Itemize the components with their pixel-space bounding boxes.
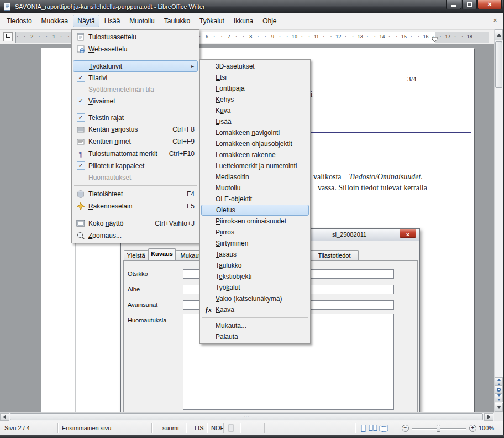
menu-item-label: Kentän varjostus xyxy=(88,126,138,133)
menu-item-kehys[interactable]: Kehys xyxy=(201,94,309,105)
previous-object-button[interactable] xyxy=(495,377,503,385)
menubar-item-taulukko[interactable]: Taulukko xyxy=(160,15,195,27)
scroll-right-button[interactable] xyxy=(484,413,494,421)
menu-item-rakenneselain[interactable]: RakenneselainF5 xyxy=(73,200,198,212)
menu-item-lomakkeen-ohjausobjektit[interactable]: Lomakkeen ohjausobjektit xyxy=(201,138,309,149)
zoom-out-button[interactable]: − xyxy=(402,425,409,432)
menu-item-zoomaus[interactable]: Zoomaus... xyxy=(73,230,198,242)
menu-item-tasaus[interactable]: Tasaus xyxy=(201,249,309,260)
menubar-item-tiedosto[interactable]: Tiedosto xyxy=(2,15,36,27)
tab-kuvaus[interactable]: Kuvaus xyxy=(148,248,176,260)
navigation-dot-button[interactable] xyxy=(495,385,503,394)
minimize-button[interactable] xyxy=(446,0,461,9)
zoom-in-button[interactable]: + xyxy=(469,425,476,432)
single-page-view-button[interactable] xyxy=(359,424,367,434)
menu-item-kentan-varjostus[interactable]: Kentän varjostusCtrl+F8 xyxy=(73,123,198,135)
menu-item-tietolahteet[interactable]: TietolähteetF4 xyxy=(73,188,198,200)
menubar-item-muotoilu[interactable]: Muotoilu xyxy=(125,15,159,27)
zoom-slider-handle[interactable] xyxy=(437,425,440,432)
menubar-item-ikkuna[interactable]: Ikkuna xyxy=(229,15,258,27)
statusbar-separator xyxy=(355,423,355,433)
scroll-left-button[interactable] xyxy=(0,413,9,421)
page-indicator[interactable]: Sivu 2 / 4 xyxy=(4,425,30,431)
maximize-button[interactable] xyxy=(462,0,477,9)
menu-item-lomakkeen-rakenne[interactable]: Lomakkeen rakenne xyxy=(201,149,309,160)
scroll-down-button[interactable] xyxy=(495,403,503,412)
menu-item-piirroksen-ominaisuudet[interactable]: Piirroksen ominaisuudet xyxy=(201,216,309,227)
ruler-tick: · xyxy=(308,33,310,39)
menu-item-label: Oletus xyxy=(216,206,235,214)
menu-item-taulukko[interactable]: Taulukko xyxy=(201,260,309,271)
menu-item-koko-naytto[interactable]: Koko näyttöCtrl+Vaihto+J xyxy=(73,217,198,230)
multi-page-view-button[interactable] xyxy=(369,424,377,434)
tab-tilastotiedot[interactable]: Tilastotiedot xyxy=(310,250,359,260)
menu-item-palauta[interactable]: Palauta xyxy=(201,331,309,342)
menu-item-luettelomerkit-ja-numerointi[interactable]: Luettelomerkit ja numerointi xyxy=(201,160,309,171)
menu-item-mediasoitin[interactable]: Mediasoitin xyxy=(201,171,309,182)
menu-item-tyokalurivit[interactable]: Työkalurivit▸ xyxy=(73,60,198,72)
menu-separator xyxy=(74,58,197,58)
menu-item-lomakkeen-navigointi[interactable]: Lomakkeen navigointi xyxy=(201,127,309,138)
document-close-button[interactable]: × xyxy=(491,17,500,25)
selection-mode-indicator[interactable]: NOR xyxy=(211,425,224,431)
menubar-item-ohje[interactable]: Ohje xyxy=(258,15,281,27)
menu-item-kaava[interactable]: ƒxKaava xyxy=(201,304,309,315)
menu-item-ole-objektit[interactable]: OLE-objektit xyxy=(201,194,309,205)
tab-yleista[interactable]: Yleistä xyxy=(124,250,148,260)
book-view-button[interactable] xyxy=(379,424,389,434)
menubar-item-muokkaa[interactable]: Muokkaa xyxy=(37,15,73,27)
menu-item-siirtyminen[interactable]: Siirtyminen xyxy=(201,238,309,249)
menu-item-lisaa[interactable]: Lisää xyxy=(201,116,309,127)
zoom-value[interactable]: 100% xyxy=(479,425,494,431)
menu-item-label: Työkalut xyxy=(216,284,240,291)
menu-item-label: Fonttipaja xyxy=(216,85,245,92)
menu-item-etsi[interactable]: Etsi xyxy=(201,72,309,83)
menu-item-tyokalut[interactable]: Työkalut xyxy=(201,282,309,293)
horizontal-scroll-thumb[interactable]: ··· xyxy=(10,413,483,420)
menu-item-tulostusasettelu[interactable]: Tulostusasettelu xyxy=(73,31,198,43)
close-button[interactable]: × xyxy=(477,0,502,9)
menu-item-fonttipaja[interactable]: Fonttipaja xyxy=(201,83,309,94)
tab-stop-selector[interactable] xyxy=(3,32,13,41)
menu-item-oletus[interactable]: Oletus xyxy=(201,205,309,216)
menu-item-mukauta[interactable]: Mukauta... xyxy=(201,320,309,331)
menu-item-tekstiobjekti[interactable]: Tekstiobjekti xyxy=(201,271,309,282)
menu-item-kuva[interactable]: Kuva xyxy=(201,105,309,116)
menu-item-piilotetut-kappaleet[interactable]: ✓Piilotetut kappaleet xyxy=(73,160,198,171)
menubar-item-tyokalut[interactable]: Työkalut xyxy=(195,15,229,27)
dialog-close-button[interactable]: × xyxy=(400,229,416,238)
menu-item-label: Mediasoitin xyxy=(216,173,249,181)
full-screen-icon xyxy=(73,219,88,228)
menu-item-tekstin-rajat[interactable]: ✓Tekstin rajat xyxy=(73,112,198,123)
menu-item-vakio-katselunakyma[interactable]: Vakio (katselunäkymä) xyxy=(201,293,309,304)
statusbar-separator xyxy=(186,423,186,433)
vertical-scrollbar[interactable] xyxy=(494,29,503,412)
ruler-tick: · xyxy=(440,33,442,39)
checkmark-icon: ✓ xyxy=(77,74,85,82)
menu-item-label: Etsi xyxy=(216,74,227,81)
page-style-indicator[interactable]: Ensimmäinen sivu xyxy=(62,425,111,431)
ruler-tick: · xyxy=(454,33,456,39)
dialog-title: si_25082011 xyxy=(332,231,366,238)
menu-item-tulostumattomat-merkit[interactable]: ¶Tulostumattomat merkitCtrl+F10 xyxy=(73,148,198,160)
toolbars-submenu: 3D-asetuksetEtsiFonttipajaKehysKuvaLisää… xyxy=(200,59,311,344)
menu-item-viivaimet[interactable]: ✓Viivaimet xyxy=(73,95,198,107)
libreoffice-writer-window: SAVONIA_raporttipohja-kansilehdella-purp… xyxy=(0,0,504,438)
menubar-item-lisaa[interactable]: Lisää xyxy=(100,15,125,27)
menu-item-web-asettelu[interactable]: Web-asettelu xyxy=(73,43,198,55)
insert-mode-indicator[interactable]: LIS xyxy=(195,425,204,431)
menu-item-kenttien-nimet[interactable]: Kenttien nimetCtrl+F9 xyxy=(73,135,198,148)
menu-item-label: Viivaimet xyxy=(88,97,115,105)
ruler-tick: · xyxy=(461,33,463,39)
menu-item-3d-asetukset[interactable]: 3D-asetukset xyxy=(201,61,309,72)
submenu-arrow-icon: ▸ xyxy=(191,63,194,69)
scroll-up-button[interactable] xyxy=(495,29,503,40)
menu-item-piirros[interactable]: Piirros xyxy=(201,227,309,238)
menu-item-muotoilu[interactable]: Muotoilu xyxy=(201,182,309,194)
next-object-button[interactable] xyxy=(495,394,503,402)
menubar-item-nayta[interactable]: Näytä xyxy=(73,15,99,27)
vertical-scroll-thumb[interactable] xyxy=(495,41,502,88)
menu-item-tilarivi[interactable]: ✓Tilarivi xyxy=(73,72,198,84)
language-indicator[interactable]: suomi xyxy=(162,425,179,431)
horizontal-scrollbar[interactable]: ··· xyxy=(0,412,494,421)
